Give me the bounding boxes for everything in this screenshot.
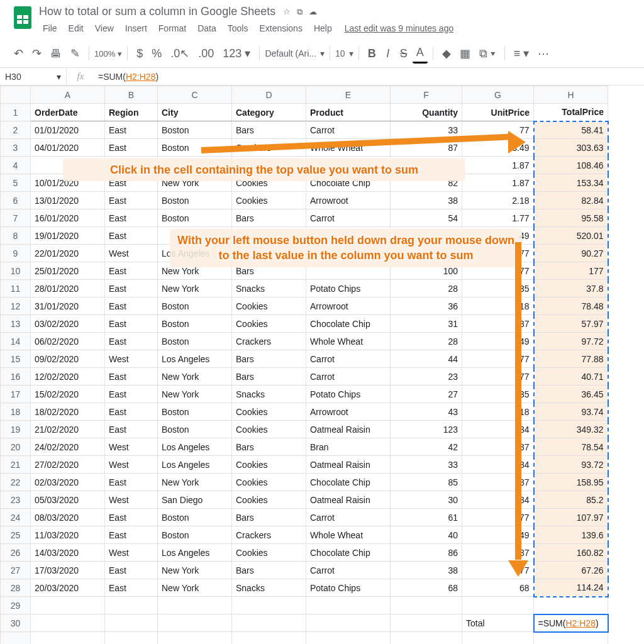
cell[interactable]: Boston bbox=[158, 333, 232, 350]
more-button[interactable]: ⋯ bbox=[534, 44, 553, 63]
cell[interactable]: 57.97 bbox=[534, 315, 608, 333]
cell[interactable]: Bars bbox=[232, 438, 306, 456]
cell[interactable]: Bars bbox=[232, 350, 306, 368]
row-header[interactable]: 8 bbox=[1, 227, 31, 245]
row-header[interactable]: 7 bbox=[1, 209, 31, 227]
row-header[interactable]: 5 bbox=[1, 174, 31, 192]
row-header[interactable]: 26 bbox=[1, 544, 31, 562]
cell[interactable]: East bbox=[105, 139, 158, 157]
cell[interactable]: East bbox=[105, 403, 158, 421]
cell[interactable]: 40 bbox=[391, 526, 462, 544]
increase-decimal-button[interactable]: .00 bbox=[194, 45, 218, 63]
cell[interactable]: Snacks bbox=[232, 386, 306, 403]
cell[interactable]: Product bbox=[306, 104, 391, 121]
cell[interactable]: Los Angeles bbox=[158, 438, 232, 456]
cell[interactable]: Whole Wheat bbox=[306, 526, 391, 544]
cell[interactable]: Boston bbox=[158, 509, 232, 526]
row-header[interactable]: 24 bbox=[1, 509, 31, 526]
row-header[interactable]: 10 bbox=[1, 262, 31, 280]
cell[interactable]: 68 bbox=[391, 579, 462, 597]
cell[interactable]: Bars bbox=[232, 209, 306, 227]
cell[interactable]: 12/02/2020 bbox=[31, 368, 105, 386]
cell[interactable]: Arrowroot bbox=[306, 403, 391, 421]
cell[interactable]: Bars bbox=[232, 368, 306, 386]
cell[interactable]: 27/02/2020 bbox=[31, 456, 105, 474]
cell[interactable]: TotalPrice bbox=[534, 104, 608, 121]
row-header[interactable]: 16 bbox=[1, 368, 31, 386]
cell[interactable]: 1.87 bbox=[462, 174, 534, 192]
cell[interactable]: Chocolate Chip bbox=[306, 474, 391, 491]
col-header-E[interactable]: E bbox=[306, 86, 391, 104]
cell[interactable]: East bbox=[105, 526, 158, 544]
row-header[interactable]: 14 bbox=[1, 333, 31, 350]
cell[interactable]: 14/03/2020 bbox=[31, 544, 105, 562]
cell[interactable]: 17/03/2020 bbox=[31, 562, 105, 579]
col-header-D[interactable]: D bbox=[232, 86, 306, 104]
cell[interactable]: 2.18 bbox=[462, 192, 534, 209]
cell[interactable]: 33 bbox=[391, 456, 462, 474]
cell[interactable]: East bbox=[105, 474, 158, 491]
cell[interactable]: East bbox=[105, 209, 158, 227]
cell[interactable]: East bbox=[105, 562, 158, 579]
cell[interactable]: Cookies bbox=[232, 403, 306, 421]
cell[interactable]: 85.2 bbox=[534, 491, 608, 509]
cell[interactable]: Total bbox=[462, 614, 534, 632]
col-header-G[interactable]: G bbox=[462, 86, 534, 104]
cell[interactable]: Snacks bbox=[232, 280, 306, 297]
cell[interactable]: Cookies bbox=[232, 315, 306, 333]
cell[interactable] bbox=[306, 632, 391, 645]
cell[interactable]: Carrot bbox=[306, 350, 391, 368]
font-size-select[interactable]: 10 ▾ bbox=[335, 48, 353, 58]
row-header[interactable]: 11 bbox=[1, 280, 31, 297]
cell[interactable]: Crackers bbox=[232, 526, 306, 544]
cell[interactable]: 36 bbox=[391, 297, 462, 315]
move-icon[interactable]: ⧉ bbox=[297, 7, 303, 17]
menu-data[interactable]: Data bbox=[192, 21, 221, 36]
cell[interactable]: 139.6 bbox=[534, 526, 608, 544]
cell[interactable] bbox=[158, 597, 232, 614]
cell[interactable]: East bbox=[105, 227, 158, 245]
cell[interactable]: 42 bbox=[391, 438, 462, 456]
cell[interactable]: 31 bbox=[391, 315, 462, 333]
cell[interactable]: Boston bbox=[158, 192, 232, 209]
cell[interactable] bbox=[232, 614, 306, 632]
cell[interactable]: 95.58 bbox=[534, 209, 608, 227]
text-color-button[interactable]: A bbox=[413, 43, 428, 64]
col-header-B[interactable]: B bbox=[105, 86, 158, 104]
cell[interactable]: Potato Chips bbox=[306, 280, 391, 297]
cell[interactable] bbox=[232, 597, 306, 614]
cell[interactable]: 21/02/2020 bbox=[31, 421, 105, 438]
cell[interactable] bbox=[158, 614, 232, 632]
menu-help[interactable]: Help bbox=[309, 21, 337, 36]
cell[interactable]: 19/01/2020 bbox=[31, 227, 105, 245]
cell[interactable]: 61 bbox=[391, 509, 462, 526]
col-header-H[interactable]: H bbox=[534, 86, 608, 104]
corner-cell[interactable] bbox=[1, 86, 31, 104]
cell[interactable] bbox=[306, 597, 391, 614]
active-cell[interactable]: =SUM(H2:H28) bbox=[534, 614, 608, 632]
cell[interactable]: East bbox=[105, 297, 158, 315]
cell[interactable]: Carrot bbox=[306, 509, 391, 526]
menu-extensions[interactable]: Extensions bbox=[254, 21, 307, 36]
last-edit-link[interactable]: Last edit was 9 minutes ago bbox=[345, 23, 454, 33]
cell[interactable]: Cookies bbox=[232, 544, 306, 562]
cell[interactable]: West bbox=[105, 491, 158, 509]
cell[interactable]: 23 bbox=[391, 368, 462, 386]
cell[interactable]: 158.95 bbox=[534, 474, 608, 491]
cell[interactable]: 06/02/2020 bbox=[31, 333, 105, 350]
cell[interactable]: Cookies bbox=[232, 192, 306, 209]
cell[interactable]: New York bbox=[158, 368, 232, 386]
cell[interactable]: 78.54 bbox=[534, 438, 608, 456]
cell[interactable] bbox=[306, 614, 391, 632]
row-header[interactable]: 25 bbox=[1, 526, 31, 544]
col-header-A[interactable]: A bbox=[31, 86, 105, 104]
cell[interactable] bbox=[391, 614, 462, 632]
row-header[interactable] bbox=[1, 632, 31, 645]
row-header[interactable]: 21 bbox=[1, 456, 31, 474]
cell[interactable]: 09/02/2020 bbox=[31, 350, 105, 368]
cell[interactable]: 349.32 bbox=[534, 421, 608, 438]
cell[interactable]: East bbox=[105, 421, 158, 438]
cell[interactable]: Bars bbox=[232, 562, 306, 579]
cell[interactable]: East bbox=[105, 262, 158, 280]
col-header-C[interactable]: C bbox=[158, 86, 232, 104]
